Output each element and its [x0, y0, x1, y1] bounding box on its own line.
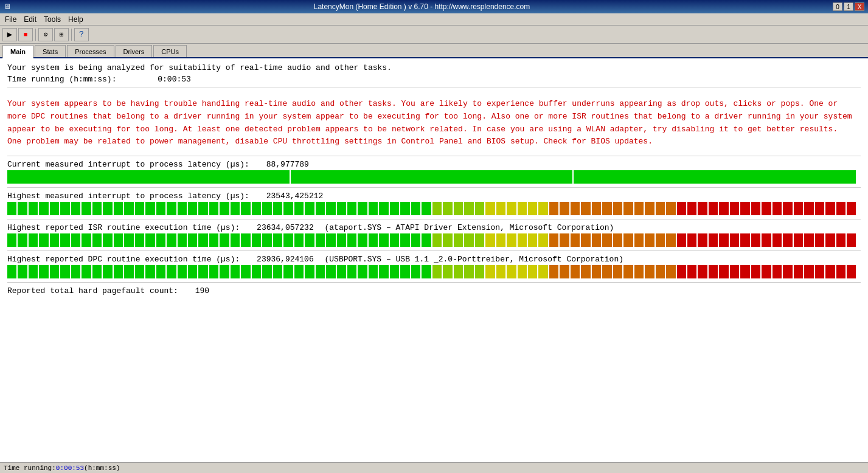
bar-segment [507, 233, 516, 247]
bar-segment [18, 202, 27, 215]
bar-segment [549, 233, 558, 247]
tab-processes[interactable]: Processes [67, 45, 114, 57]
stop-button[interactable]: ■ [18, 28, 33, 41]
bar-segment [60, 233, 69, 247]
bar-segment [326, 233, 335, 247]
bar-segment [794, 265, 803, 278]
metric-isr-detail: (ataport.SYS – ATAPI Driver Extension, M… [325, 223, 614, 232]
bar-segment [825, 202, 835, 215]
view-button[interactable]: ⊞ [54, 28, 69, 41]
bar-segment [773, 265, 782, 278]
progress-bar-dpc [7, 265, 856, 278]
tab-drivers[interactable]: Drivers [116, 45, 153, 57]
bar-segment [751, 202, 760, 215]
close-button[interactable]: X [855, 2, 864, 11]
bar-segment [156, 202, 165, 215]
bar-segment [773, 233, 782, 247]
metric-isr-value: 23634,057232 [257, 223, 314, 232]
bar-segment [178, 265, 187, 278]
bar-segment [326, 202, 335, 215]
tab-stats[interactable]: Stats [35, 45, 66, 57]
bar-segment [592, 202, 601, 215]
bar-segment [847, 265, 856, 278]
bar-segment [294, 265, 304, 278]
metric-dpc-detail: (USBPORT.SYS – USB 1.1 _2.0-Porttreiber,… [325, 255, 623, 264]
bar-segment [496, 202, 505, 215]
menu-bar: File Edit Tools Help [0, 13, 868, 26]
bar-segment [687, 265, 696, 278]
bar-segment [719, 202, 728, 215]
bar-segment [103, 202, 112, 215]
bar-segment [358, 202, 367, 215]
help-button[interactable]: ? [74, 28, 89, 41]
bar-segment [316, 202, 325, 215]
bar-segment [623, 202, 633, 215]
bar-segment [443, 265, 452, 278]
bar-segment [571, 202, 580, 215]
bar-segment [82, 202, 91, 215]
bar-segment [18, 233, 27, 247]
play-button[interactable]: ▶ [2, 28, 17, 41]
minimize-button[interactable]: 0 [833, 2, 842, 11]
menu-file[interactable]: File [1, 15, 20, 24]
maximize-button[interactable]: 1 [844, 2, 853, 11]
bar-segment [730, 233, 739, 247]
bar-segment [103, 265, 112, 278]
tab-cpus[interactable]: CPUs [153, 45, 187, 57]
bar-segment [740, 202, 749, 215]
bar-segment [369, 202, 378, 215]
bar-segment [71, 233, 80, 247]
bar-segment [39, 233, 48, 247]
toolbar-separator-1 [35, 29, 36, 41]
bar-segment [847, 202, 856, 215]
metric-current-interrupt: Current measured interrupt to process la… [7, 160, 861, 169]
bar-segment [825, 265, 835, 278]
bar-segment [485, 202, 495, 215]
warning-text: Your system appears to be having trouble… [7, 98, 861, 148]
toolbar: ▶ ■ ⚙ ⊞ ? [0, 26, 868, 44]
bar-segment [581, 233, 590, 247]
menu-tools[interactable]: Tools [40, 15, 64, 24]
bar-segment [698, 202, 707, 215]
tab-main[interactable]: Main [2, 45, 33, 58]
bar-segment [305, 202, 314, 215]
bar-segment [719, 233, 728, 247]
bar-segment [188, 202, 197, 215]
menu-edit[interactable]: Edit [20, 15, 40, 24]
time-label: Time running (h:mm:ss): [7, 75, 116, 84]
bar-segment [241, 265, 250, 278]
bar-segment [400, 233, 409, 247]
bar-segment [198, 265, 207, 278]
bar-segment [592, 233, 601, 247]
content-area: Your system is being analyzed for suitab… [0, 58, 868, 462]
bar-segment [804, 202, 813, 215]
bar-segment [241, 233, 250, 247]
bar-segment [188, 233, 197, 247]
bar-segment [645, 233, 654, 247]
status-time-link[interactable]: 0:00:53 [56, 464, 84, 472]
metric-pagefault-value: 190 [195, 286, 209, 295]
bar-segment [124, 233, 133, 247]
bar-segment [783, 202, 792, 215]
bar-segment [454, 202, 463, 215]
bar-segment [602, 233, 611, 247]
bar-segment [698, 233, 707, 247]
metric-isr-label: Highest reported ISR routine execution t… [7, 223, 240, 232]
bar-segment [592, 265, 601, 278]
bar-segment [454, 265, 463, 278]
bar-segment [677, 233, 686, 247]
bar-segment [698, 265, 707, 278]
settings-button[interactable]: ⚙ [38, 28, 53, 41]
bar-segment [18, 265, 27, 278]
bar-segment [528, 265, 537, 278]
bar-segment [518, 233, 527, 247]
bar-segment [231, 202, 240, 215]
bar-segment [528, 233, 537, 247]
bar-segment [291, 170, 573, 184]
bar-segment [124, 202, 133, 215]
bar-segment [135, 202, 144, 215]
bar-segment [252, 202, 261, 215]
menu-help[interactable]: Help [64, 15, 87, 24]
bar-segment [347, 233, 356, 247]
bar-segment [114, 265, 123, 278]
